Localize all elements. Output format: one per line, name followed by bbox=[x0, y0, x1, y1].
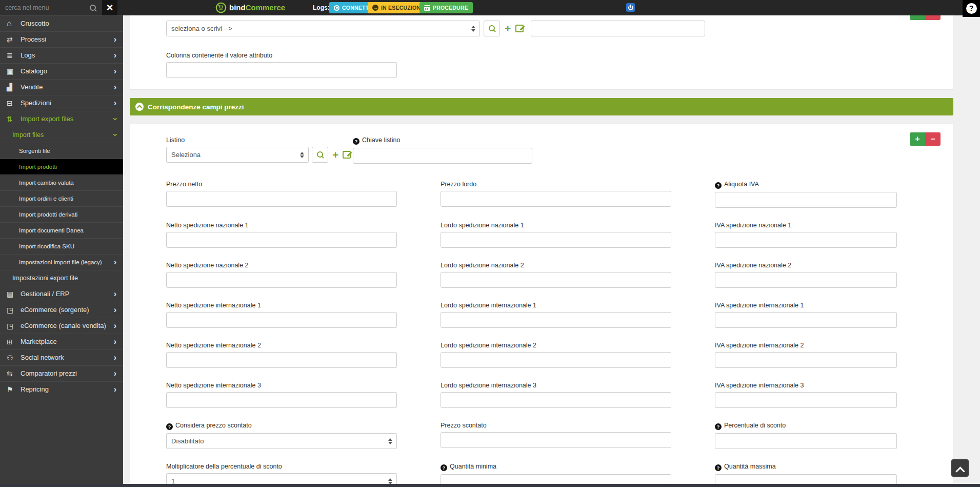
field-label: Quantità massima bbox=[715, 463, 897, 471]
field-input[interactable] bbox=[715, 392, 897, 408]
field-label: Netto spedizione nazionale 2 bbox=[166, 262, 397, 269]
help-icon[interactable] bbox=[715, 423, 722, 430]
field-input[interactable] bbox=[441, 432, 671, 448]
add-attribute-button[interactable] bbox=[505, 25, 511, 32]
sidebar-item-import-cambio-valuta[interactable]: Import cambio valuta bbox=[0, 174, 123, 190]
field-input[interactable] bbox=[441, 392, 671, 408]
sidebar-item-repricing[interactable]: Repricing bbox=[0, 381, 123, 397]
sidebar-item-ecommerce-canale-vendita[interactable]: eCommerce (canale vendita) bbox=[0, 318, 123, 334]
help-icon[interactable] bbox=[715, 464, 722, 471]
bag-icon bbox=[7, 318, 21, 334]
help-icon[interactable] bbox=[441, 464, 447, 471]
field-lordo-spedizione-nazionale-2: Lordo spedizione nazionale 2 bbox=[441, 262, 671, 288]
field-select[interactable]: Disabilitato bbox=[166, 433, 397, 449]
help-icon[interactable] bbox=[353, 138, 359, 145]
sidebar-item-spedizioni[interactable]: Spedizioni bbox=[0, 95, 123, 111]
field-label: Lordo spedizione internazionale 2 bbox=[441, 342, 671, 349]
chevron-icon bbox=[114, 255, 116, 270]
field-input[interactable] bbox=[166, 392, 397, 408]
sidebar-item-social-network[interactable]: Social network bbox=[0, 349, 123, 365]
field-input[interactable] bbox=[441, 232, 671, 248]
main-content: seleziona o scrivi --> Colonna contenent… bbox=[123, 15, 980, 487]
sidebar-item-vendite[interactable]: Vendite bbox=[0, 79, 123, 95]
sidebar-item-ecommerce-sorgente[interactable]: eCommerce (sorgente) bbox=[0, 302, 123, 318]
menu-search-input[interactable] bbox=[5, 4, 89, 11]
field-input[interactable] bbox=[715, 232, 897, 248]
sidebar-item-import-documenti-danea[interactable]: Import documenti Danea bbox=[0, 222, 123, 238]
sidebar-item-gestionali-erp[interactable]: Gestionali / ERP bbox=[0, 286, 123, 302]
field-label: Lordo spedizione nazionale 2 bbox=[441, 262, 671, 269]
edit-listino-button[interactable] bbox=[343, 151, 351, 159]
price-section-header[interactable]: Corrispondenze campi prezzi bbox=[130, 98, 953, 115]
sidebar-item-logs[interactable]: Logs bbox=[0, 47, 123, 63]
menu-item-label: Gestionali / ERP bbox=[21, 286, 69, 302]
field-input[interactable] bbox=[441, 312, 671, 328]
sidebar-item-comparatori-prezzi[interactable]: Comparatori prezzi bbox=[0, 365, 123, 381]
cart-icon bbox=[7, 334, 21, 349]
power-icon bbox=[628, 5, 634, 11]
chevron-icon bbox=[114, 334, 116, 349]
field-input[interactable] bbox=[166, 272, 397, 288]
menu-item-label: Repricing bbox=[21, 382, 49, 397]
add-row-button[interactable]: + bbox=[910, 132, 925, 146]
sidebar-item-import-export-files[interactable]: Import export files bbox=[0, 111, 123, 127]
field-input[interactable] bbox=[715, 352, 897, 368]
field-label: Netto spedizione nazionale 1 bbox=[166, 222, 397, 229]
field-input[interactable] bbox=[166, 232, 397, 248]
briefcase-icon bbox=[7, 286, 21, 302]
chiave-listino-input[interactable] bbox=[353, 148, 532, 164]
field-label: IVA spedizione internazionale 3 bbox=[715, 382, 897, 389]
edit-icon bbox=[343, 151, 351, 159]
field-input[interactable] bbox=[715, 312, 897, 328]
field-input[interactable] bbox=[441, 352, 671, 368]
sidebar-item-cruscotto[interactable]: Cruscotto bbox=[0, 15, 123, 31]
field-label: Netto spedizione internazionale 3 bbox=[166, 382, 397, 389]
column-attribute-input[interactable] bbox=[166, 62, 397, 78]
search-listino-button[interactable] bbox=[312, 147, 328, 163]
menu-item-label: Cruscotto bbox=[21, 16, 49, 31]
attribute-select[interactable]: seleziona o scrivi --> bbox=[166, 21, 480, 36]
edit-attribute-button[interactable] bbox=[515, 25, 524, 32]
listino-select[interactable]: Seleziona bbox=[166, 147, 309, 163]
field-input[interactable] bbox=[166, 191, 397, 207]
power-button[interactable] bbox=[626, 3, 635, 12]
search-attribute-button[interactable] bbox=[484, 21, 500, 36]
field-input[interactable] bbox=[715, 272, 897, 288]
sidebar-item-processi[interactable]: Processi bbox=[0, 31, 123, 47]
sidebar-item-impostazioni-export-file[interactable]: Impostazioni export file bbox=[0, 270, 123, 286]
brand-logo[interactable]: bindCommerce bbox=[215, 0, 285, 15]
remove-row-button[interactable] bbox=[925, 15, 941, 20]
sidebar-item-catalogo[interactable]: Catalogo bbox=[0, 63, 123, 79]
help-button[interactable]: ? bbox=[963, 0, 980, 17]
sidebar-item-import-files[interactable]: Import files bbox=[0, 127, 123, 143]
field-input[interactable] bbox=[166, 352, 397, 368]
add-listino-button[interactable] bbox=[332, 151, 338, 159]
import-export-icon bbox=[7, 111, 21, 127]
close-menu-button[interactable]: × bbox=[102, 0, 117, 15]
sidebar-item-import-ricodifica-sku[interactable]: Import ricodifica SKU bbox=[0, 238, 123, 254]
add-row-button[interactable] bbox=[910, 15, 925, 20]
sidebar-item-import-ordini-e-clienti[interactable]: Import ordini e clienti bbox=[0, 190, 123, 206]
collapse-icon[interactable] bbox=[135, 103, 144, 111]
field-label: Percentuale di sconto bbox=[715, 422, 897, 430]
remove-row-button[interactable]: − bbox=[925, 132, 941, 146]
help-icon[interactable] bbox=[166, 423, 173, 430]
sidebar-item-import-prodotti-derivati[interactable]: Import prodotti derivati bbox=[0, 206, 123, 222]
brand-commerce: Commerce bbox=[246, 3, 286, 12]
plus-icon bbox=[332, 151, 338, 159]
field-input[interactable] bbox=[441, 191, 671, 207]
sidebar-item-sorgenti-file[interactable]: Sorgenti file bbox=[0, 143, 123, 159]
search-icon bbox=[89, 4, 97, 12]
field-input[interactable] bbox=[715, 433, 897, 449]
help-icon[interactable] bbox=[715, 182, 722, 189]
sidebar-item-impostazioni-import-file-legacy[interactable]: Impostazioni import file (legacy) bbox=[0, 254, 123, 270]
field-input[interactable] bbox=[715, 192, 897, 208]
sidebar-item-marketplace[interactable]: Marketplace bbox=[0, 334, 123, 349]
procedure-button[interactable]: PROCEDURE bbox=[419, 2, 473, 13]
attribute-value-input[interactable] bbox=[531, 21, 705, 36]
field-input[interactable] bbox=[441, 272, 671, 288]
sidebar-item-import-prodotti[interactable]: Import prodotti bbox=[0, 159, 123, 174]
scroll-top-button[interactable] bbox=[951, 459, 969, 477]
field-input[interactable] bbox=[166, 312, 397, 328]
shuffle-icon bbox=[7, 32, 21, 47]
